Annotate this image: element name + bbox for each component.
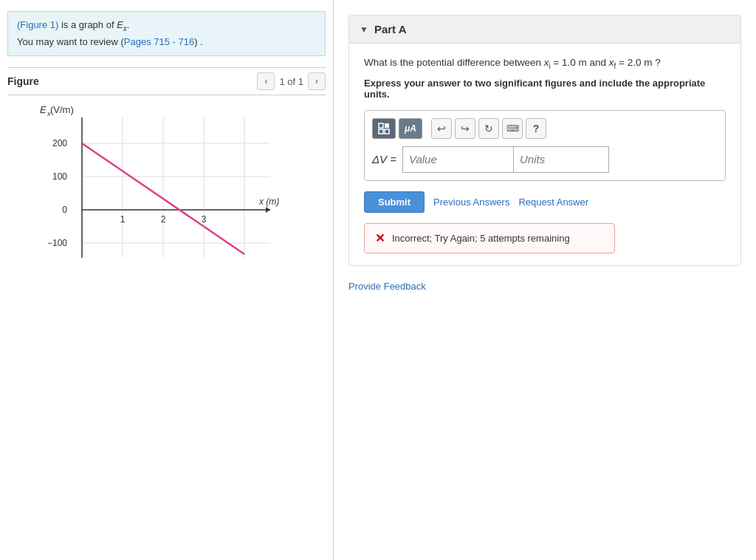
y-tick-neg100: −100 bbox=[47, 238, 66, 248]
figure-nav-count: 1 of 1 bbox=[279, 76, 303, 87]
error-message: Incorrect; Try Again; 5 attempts remaini… bbox=[392, 233, 570, 244]
part-title: Part A bbox=[374, 23, 407, 35]
units-input[interactable] bbox=[513, 146, 609, 173]
keyboard-button[interactable]: ⌨ bbox=[502, 118, 523, 139]
error-box: ✕ Incorrect; Try Again; 5 attempts remai… bbox=[364, 223, 615, 253]
pages-link[interactable]: Pages 715 - 716 bbox=[124, 36, 194, 47]
feedback-link[interactable]: Provide Feedback bbox=[348, 281, 741, 292]
help-button[interactable]: ? bbox=[526, 118, 546, 139]
figure-nav: ‹ 1 of 1 › bbox=[257, 72, 326, 90]
refresh-button[interactable]: ↻ bbox=[478, 118, 499, 139]
toolbar: μA ↩ ↪ ↻ ⌨ ? bbox=[372, 118, 718, 139]
y-axis-label: E bbox=[40, 104, 47, 115]
info-box: (Figure 1) is a graph of Ex. You may wan… bbox=[7, 11, 326, 56]
figure-title: Figure bbox=[7, 75, 39, 87]
x-tick-2: 2 bbox=[160, 214, 165, 225]
svg-rect-11 bbox=[385, 123, 389, 128]
right-panel: ▼ Part A What is the potential differenc… bbox=[334, 0, 756, 560]
info-text-3: ) . bbox=[194, 36, 203, 47]
figure-area: Figure ‹ 1 of 1 › E x (V/m) bbox=[0, 60, 333, 560]
error-icon: ✕ bbox=[375, 231, 385, 245]
redo-button[interactable]: ↪ bbox=[455, 118, 475, 139]
value-input[interactable] bbox=[402, 146, 513, 173]
matrix-button[interactable] bbox=[372, 118, 396, 139]
graph-container: E x (V/m) bbox=[34, 103, 300, 280]
y-axis-unit: (V/m) bbox=[50, 104, 74, 115]
figure-header: Figure ‹ 1 of 1 › bbox=[7, 67, 326, 95]
x-tick-1: 1 bbox=[120, 214, 125, 225]
y-tick-100: 100 bbox=[52, 171, 66, 182]
svg-rect-10 bbox=[379, 123, 383, 128]
info-text-2: You may want to review ( bbox=[17, 36, 124, 47]
answer-box: μA ↩ ↪ ↻ ⌨ ? ΔV = bbox=[364, 110, 726, 181]
info-text-1: is a graph of Ex. bbox=[61, 19, 129, 30]
figure1-link[interactable]: (Figure 1) bbox=[17, 19, 58, 30]
part-body: What is the potential difference between… bbox=[349, 44, 740, 265]
question-instruction: Express your answer to two significant f… bbox=[364, 78, 726, 100]
figure-prev-button[interactable]: ‹ bbox=[257, 72, 275, 90]
graph-svg: E x (V/m) bbox=[34, 103, 300, 280]
mu-button[interactable]: μA bbox=[399, 118, 422, 139]
input-row: ΔV = bbox=[372, 146, 718, 173]
svg-rect-12 bbox=[379, 129, 383, 134]
y-tick-200: 200 bbox=[52, 138, 66, 148]
x-axis-label: x (m) bbox=[258, 197, 279, 207]
figure-next-button[interactable]: › bbox=[308, 72, 326, 90]
x-axis-arrow bbox=[266, 207, 270, 213]
part-header: ▼ Part A bbox=[349, 16, 740, 44]
action-row: Submit Previous Answers Request Answer bbox=[364, 191, 726, 213]
part-section: ▼ Part A What is the potential differenc… bbox=[348, 15, 741, 266]
collapse-icon[interactable]: ▼ bbox=[360, 24, 368, 35]
request-answer-link[interactable]: Request Answer bbox=[518, 197, 588, 208]
matrix-icon bbox=[378, 123, 390, 134]
previous-answers-link[interactable]: Previous Answers bbox=[433, 197, 509, 208]
svg-rect-13 bbox=[385, 129, 389, 134]
y-tick-0: 0 bbox=[62, 205, 67, 215]
undo-button[interactable]: ↩ bbox=[431, 118, 452, 139]
question-text: What is the potential difference between… bbox=[364, 55, 726, 72]
delta-v-label: ΔV = bbox=[372, 153, 396, 165]
left-panel: (Figure 1) is a graph of Ex. You may wan… bbox=[0, 0, 334, 560]
submit-button[interactable]: Submit bbox=[364, 191, 425, 213]
x-tick-3: 3 bbox=[201, 214, 206, 225]
